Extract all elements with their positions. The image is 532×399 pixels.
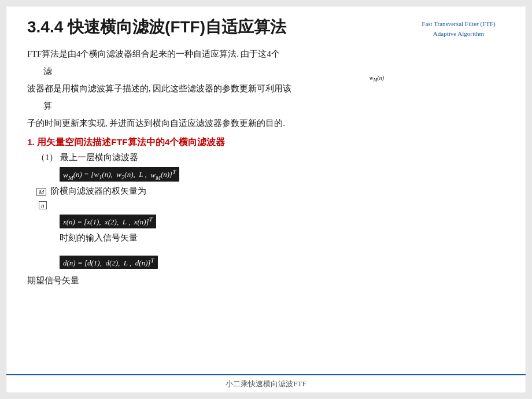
setup-text-row: M 阶横向滤波器的权矢量为 [36,186,505,197]
slide-footer: 小二乘快速横向滤波FTF [6,374,526,393]
subtitle-english: Fast Transversal Filter (FTF) Adaptive A… [412,19,505,38]
m-box: M [36,188,46,196]
n-box: n [39,201,47,209]
item1-label: （1） [36,153,58,162]
para1-cont-text: 滤 [43,66,52,76]
top-section: 3.4.4 快速横向滤波(FTF)自适应算法 Fast Transversal … [27,17,505,38]
wm-inline-label: wM(n) [370,75,384,83]
item1-text: 最上一层横向滤波器 [60,153,138,162]
spacer [27,246,505,252]
subtitle-line1: Fast Transversal Filter (FTF) [422,20,495,27]
slide-title: 3.4.4 快速横向滤波(FTF)自适应算法 [27,17,286,38]
para2-text: 波器都是用横向滤波算子描述的, 因此这些滤波器的参数更新可利用该 [27,84,291,93]
formula-d-row: d(n) = [d(1), d(2), L , d(n)]T [60,254,505,271]
footer-text: 小二乘快速横向滤波FTF [226,379,306,388]
formula-wm-block: wM(n) = [w1(n), w2(n), L , wM(n)]T [60,167,179,182]
formula-x-block: x(n) = [x(1), x(2), L , x(n)]T [60,215,156,228]
paragraph-1: FTF算法是由4个横向滤波器组合起来的一种自适应算法. 由于这4个 [27,46,505,61]
formula-d-block: d(n) = [d(1), d(2), L , d(n)]T [60,256,158,269]
paragraph-1-cont: 滤 [43,64,505,79]
slide-content: 3.4.4 快速横向滤波(FTF)自适应算法 Fast Transversal … [6,6,526,374]
slide: 3.4.4 快速横向滤波(FTF)自适应算法 Fast Transversal … [6,6,526,393]
para1-text: FTF算法是由4个横向滤波器组合起来的一种自适应算法. 由于这4个 [27,49,280,58]
section-heading: 1. 用矢量空间法描述FTF算法中的4个横向滤波器 [27,136,505,149]
paragraph-2-cont: 算 [43,98,505,113]
n-box-row: n [39,199,505,209]
time-signal-row: 时刻的输入信号矢量 [60,232,505,243]
ftf-bold: FTF [170,18,200,36]
expect-label-text: 期望信号矢量 [27,276,79,285]
formula-wm-row: wM(n) = [w1(n), w2(n), L , wM(n)]T [60,165,505,183]
sub-item-1: （1） 最上一层横向滤波器 [36,152,505,163]
paragraph-3: 子的时间更新来实现, 并进而达到横向自适应滤波器参数更新的目的. [27,116,505,131]
subtitle-line2: Adaptive Algorithm [433,30,484,37]
time-signal-label: 时刻的输入信号矢量 [60,233,138,242]
section-heading-text: 1. 用矢量空间法描述FTF算法中的4个横向滤波器 [27,137,225,147]
formula-x-row: x(n) = [x(1), x(2), L , x(n)]T [60,213,505,230]
paragraph-2: 波器都是用横向滤波算子描述的, 因此这些滤波器的参数更新可利用该 [27,81,505,96]
para2-cont-text: 算 [43,101,52,110]
para3-text: 子的时间更新来实现, 并进而达到横向自适应滤波器参数更新的目的. [27,119,285,128]
setup-text: 阶横向滤波器的权矢量为 [51,186,146,195]
expect-row: 期望信号矢量 [27,273,505,288]
